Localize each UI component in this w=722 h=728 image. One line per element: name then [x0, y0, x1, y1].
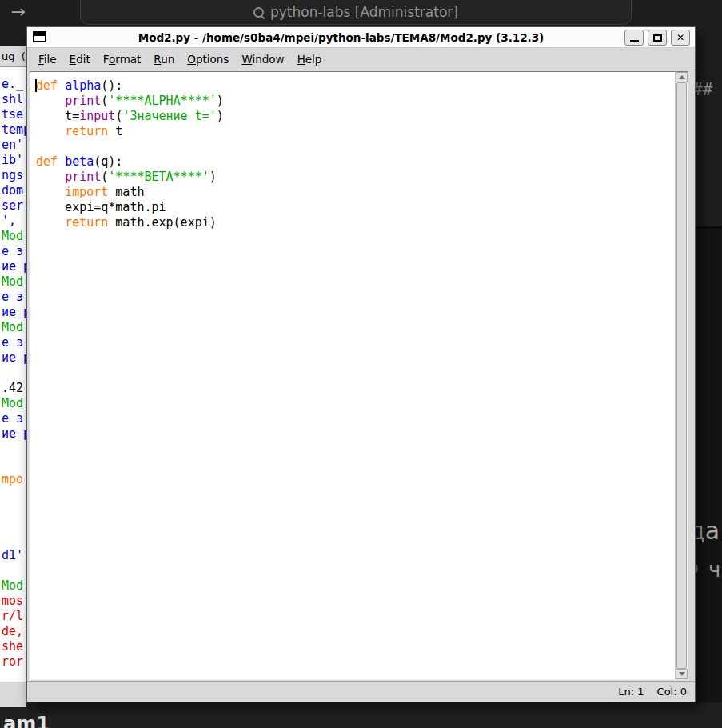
code-line: def beta(q): [36, 154, 675, 170]
behind-code-fragment: Mod [2, 274, 23, 290]
window-icon [33, 31, 46, 42]
maximize-button[interactable] [648, 30, 667, 46]
behind-code-fragment: she [2, 639, 23, 654]
behind-window-text: e._(shl(tsetempen'ib'ngsdomser:',Modе зи… [0, 67, 26, 682]
behind-code-fragment: ие р [2, 350, 26, 366]
status-bar: Ln: 1 Col: 0 [27, 681, 695, 702]
editor-pane[interactable]: def alpha(): print('****ALPHA****') t=in… [30, 71, 688, 680]
code-line: return math.exp(expi) [36, 215, 675, 230]
behind-code-fragment: ие р [2, 305, 26, 320]
close-button[interactable]: ✕ [671, 30, 690, 46]
behind-code-fragment: mos [2, 594, 23, 609]
window-search-bar[interactable]: python-labs [Administrator] [80, 0, 632, 25]
code-line [36, 139, 675, 154]
behind-code-fragment: d1' [2, 548, 23, 563]
scrollbar-thumb[interactable] [676, 82, 687, 669]
behind-code-fragment: en' [2, 138, 23, 153]
titlebar[interactable]: Mod2.py - /home/s0ba4/mpei/python-labs/T… [27, 27, 695, 48]
code-line: expi=q*math.pi [36, 200, 675, 215]
menu-format[interactable]: Format [97, 53, 148, 66]
code-line: import math [36, 185, 675, 200]
behind-code-fragment: .42 [2, 381, 23, 396]
behind-code-fragment: r/l [2, 609, 23, 624]
scroll-up-button[interactable] [676, 72, 688, 82]
text-cursor [35, 79, 37, 92]
code-line: t=input('Значение t=') [36, 109, 675, 124]
behind-code-fragment: е з [2, 290, 23, 305]
code-line: print('****ALPHA****') [36, 94, 675, 109]
vertical-scrollbar[interactable] [675, 72, 688, 679]
back-arrow-icon[interactable]: → [6, 0, 30, 24]
search-bar-text: python-labs [Administrator] [270, 4, 458, 20]
code-line: print('****BETA****') [36, 170, 675, 185]
behind-code-fragment: temp [2, 122, 26, 138]
window-title: Mod2.py - /home/s0ba4/mpei/python-labs/T… [75, 27, 607, 48]
behind-code-fragment: ие р [2, 426, 26, 442]
behind-code-fragment: Mod [2, 229, 23, 244]
behind-code-fragment: Mod [2, 396, 23, 411]
behind-code-fragment: е з [2, 411, 23, 426]
behind-code-fragment: shl( [2, 92, 26, 107]
menu-window[interactable]: Window [235, 53, 290, 66]
behind-code-fragment: ', [2, 214, 16, 229]
behind-window-menubar: ug ( [0, 46, 26, 67]
code-area[interactable]: def alpha(): print('****ALPHA****') t=in… [30, 72, 675, 679]
behind-code-fragment: ngs [2, 168, 23, 183]
code-line: return t [36, 124, 675, 139]
menu-edit[interactable]: Edit [63, 53, 97, 66]
background-bottom-left-text: am1 [3, 713, 50, 728]
behind-code-fragment: Mod [2, 320, 23, 335]
behind-code-fragment: е з [2, 335, 23, 350]
menu-options[interactable]: Options [181, 53, 235, 66]
menubar: FileEditFormatRunOptionsWindowHelp [27, 49, 695, 70]
behind-code-fragment: ib' [2, 153, 23, 168]
idle-editor-window: Mod2.py - /home/s0ba4/mpei/python-labs/T… [26, 26, 696, 702]
behind-code-fragment: de, [2, 624, 23, 639]
code-line: def alpha(): [36, 78, 675, 94]
background-text-fragment: ## 2 [692, 80, 722, 99]
behind-code-fragment: ror [2, 654, 23, 670]
behind-code-fragment: mpo [2, 472, 23, 487]
behind-code-fragment: Mod [2, 578, 23, 594]
menu-help[interactable]: Help [291, 53, 329, 66]
background-text-fragment: ч [708, 558, 720, 582]
behind-code-fragment: dom [2, 183, 23, 198]
search-icon [253, 7, 264, 18]
behind-code-fragment: e._( [2, 77, 26, 92]
menu-run[interactable]: Run [147, 53, 181, 66]
behind-window-footer [0, 682, 26, 707]
minimize-icon [630, 40, 639, 42]
scroll-up-icon [679, 75, 685, 79]
menu-file[interactable]: File [32, 53, 63, 66]
minimize-button[interactable] [624, 30, 644, 46]
behind-code-fragment: е з [2, 244, 23, 259]
behind-code-fragment: ие р [2, 259, 26, 274]
status-line: Ln: 1 [618, 686, 644, 698]
background-bottom-area [0, 702, 722, 728]
status-col: Col: 0 [657, 686, 687, 698]
scroll-down-button[interactable] [676, 669, 688, 679]
behind-code-fragment: tse [2, 107, 23, 122]
maximize-icon [653, 34, 662, 42]
scroll-down-icon [679, 672, 685, 676]
behind-code-fragment: ser: [2, 198, 26, 214]
